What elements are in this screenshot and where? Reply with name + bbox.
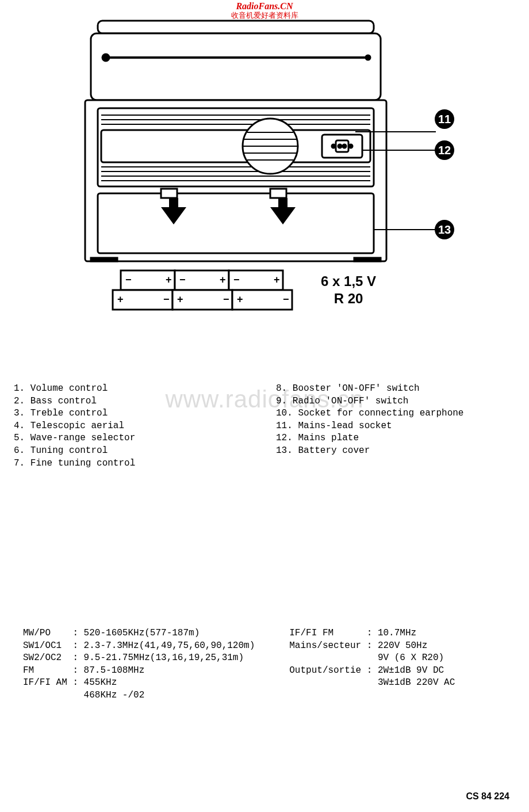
callout-line-12: [362, 150, 436, 151]
legend-text: Fine tuning control: [30, 458, 135, 468]
legend-left-column: 1. Volume control 2. Bass control 3. Tre…: [14, 383, 253, 470]
legend-text: Radio 'ON-OFF' switch: [293, 396, 409, 406]
control-legend: 1. Volume control 2. Bass control 3. Tre…: [14, 383, 515, 470]
legend-num: 8.: [276, 383, 287, 394]
legend-text: Tuning control: [30, 445, 108, 456]
legend-num: 13.: [276, 445, 293, 456]
svg-text:−: −: [223, 293, 229, 305]
legend-num: 11.: [276, 421, 293, 431]
battery-type-label: R 20: [321, 290, 376, 307]
legend-num: 5.: [14, 433, 25, 443]
svg-point-22: [332, 144, 335, 148]
svg-text:−: −: [179, 274, 186, 285]
callout-13: 13: [435, 220, 454, 239]
legend-text: Wave-range selector: [30, 433, 135, 443]
svg-text:−: −: [283, 293, 289, 305]
legend-text: Bass control: [30, 396, 97, 406]
svg-text:−: −: [233, 274, 240, 285]
callout-12: 12: [435, 140, 454, 160]
callout-11: 11: [435, 109, 454, 129]
svg-point-25: [338, 144, 342, 148]
legend-text: Mains plate: [298, 433, 359, 443]
legend-right-column: 8. Booster 'ON-OFF' switch 9. Radio 'ON-…: [276, 383, 515, 470]
legend-text: Socket for connecting earphone: [298, 408, 463, 418]
legend-num: 4.: [14, 421, 25, 431]
svg-rect-0: [98, 21, 374, 33]
svg-text:−: −: [125, 274, 132, 285]
svg-point-4: [366, 55, 370, 60]
specs-left-column: MW/PO : 520-1605KHz(577-187m) SW1/OC1 : …: [23, 627, 255, 702]
svg-rect-29: [270, 189, 286, 198]
svg-text:+: +: [274, 274, 280, 285]
svg-text:+: +: [237, 293, 243, 305]
legend-text: Telescopic aerial: [30, 421, 124, 431]
legend-text: Mains-lead socket: [298, 421, 392, 431]
svg-text:+: +: [166, 274, 172, 285]
svg-point-3: [102, 54, 109, 61]
svg-rect-1: [91, 33, 381, 100]
legend-num: 1.: [14, 383, 25, 394]
svg-point-23: [349, 144, 352, 148]
legend-num: 6.: [14, 445, 25, 456]
svg-rect-27: [98, 193, 374, 253]
specs-right-column: IF/FI FM : 10.7MHz Mains/secteur : 220V …: [289, 627, 455, 702]
svg-text:+: +: [220, 274, 226, 285]
callout-line-11: [355, 131, 436, 132]
svg-text:−: −: [163, 293, 170, 305]
svg-rect-28: [161, 189, 177, 198]
document-code: CS 84 224: [466, 791, 509, 802]
svg-rect-31: [354, 258, 381, 261]
callout-line-13: [374, 229, 436, 230]
legend-text: Volume control: [30, 383, 108, 394]
legend-num: 3.: [14, 408, 25, 418]
svg-text:+: +: [177, 293, 183, 305]
legend-text: Battery cover: [298, 445, 370, 456]
legend-text: Treble control: [30, 408, 108, 418]
specifications: MW/PO : 520-1605KHz(577-187m) SW1/OC1 : …: [23, 627, 506, 702]
legend-num: 9.: [276, 396, 287, 406]
svg-point-26: [343, 144, 346, 148]
legend-num: 12.: [276, 433, 293, 443]
legend-num: 10.: [276, 408, 293, 418]
legend-num: 2.: [14, 396, 25, 406]
legend-text: Booster 'ON-OFF' switch: [293, 383, 420, 394]
legend-num: 7.: [14, 458, 25, 468]
radio-diagram: −+ −+ −+ +− +− +− 11 12 13 6 x 1,5 V R 2…: [80, 17, 460, 317]
svg-rect-30: [91, 258, 117, 261]
svg-text:+: +: [117, 293, 124, 305]
battery-voltage-label: 6 x 1,5 V: [321, 273, 376, 290]
